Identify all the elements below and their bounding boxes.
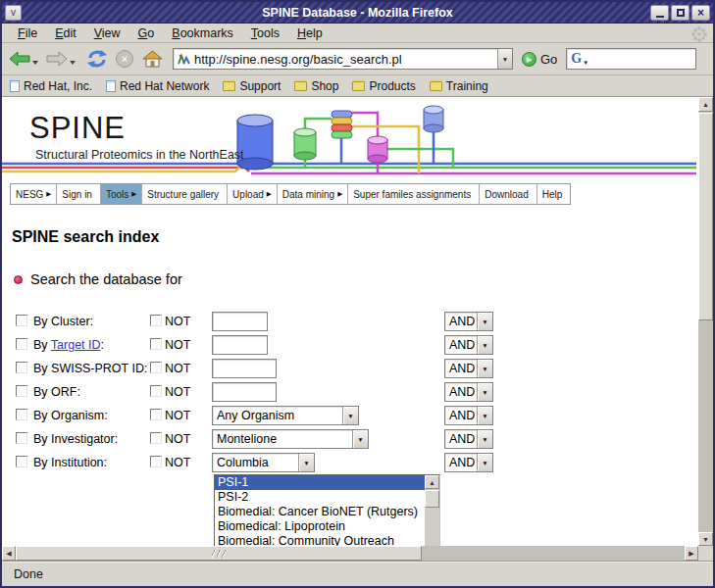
field-checkbox[interactable] xyxy=(16,315,27,326)
reload-icon xyxy=(86,49,108,69)
tab-tools[interactable]: Tools▶ xyxy=(100,184,141,204)
stop-button[interactable]: × xyxy=(116,50,133,68)
home-icon xyxy=(142,50,163,68)
back-dropdown-icon[interactable] xyxy=(32,61,38,65)
bookmark-support[interactable]: Support xyxy=(223,79,281,93)
page-icon xyxy=(10,80,20,92)
not-checkbox[interactable] xyxy=(150,338,162,350)
tab-structure-gallery[interactable]: Structure gallery xyxy=(141,184,227,204)
field-checkbox[interactable] xyxy=(16,409,27,420)
tab-download[interactable]: Download xyxy=(479,184,536,204)
stop-icon: × xyxy=(116,50,133,68)
list-item[interactable]: Biomedial: Cancer BioNET (Rutgers) xyxy=(215,505,425,519)
bookmark-redhat-inc[interactable]: Red Hat, Inc. xyxy=(10,79,92,93)
scrollbar-grip xyxy=(212,550,226,558)
search-engine-icon[interactable]: G xyxy=(571,51,582,67)
target-id-link[interactable]: Target ID xyxy=(51,338,101,352)
vertical-scrollbar-thumb[interactable] xyxy=(698,113,713,320)
field-checkbox[interactable] xyxy=(16,432,27,444)
search-input[interactable] xyxy=(591,51,695,67)
menu-help[interactable]: Help xyxy=(289,25,331,41)
boolean-select[interactable]: AND▼ xyxy=(444,312,493,331)
scroll-down-button[interactable]: ▼ xyxy=(698,532,713,546)
menu-tools[interactable]: Tools xyxy=(243,25,287,41)
listbox-scrollbar[interactable]: ▲ xyxy=(425,475,439,546)
list-item[interactable]: Biomedical: Lipoprotein xyxy=(215,519,425,534)
chevron-down-icon: ▼ xyxy=(477,360,492,377)
menubar: File Edit View Go Bookmarks Tools Help xyxy=(2,24,713,43)
bookmark-shop[interactable]: Shop xyxy=(294,79,338,93)
not-checkbox[interactable] xyxy=(150,315,162,326)
swissprot-input[interactable] xyxy=(212,359,277,378)
not-checkbox[interactable] xyxy=(150,385,162,397)
minimize-button[interactable] xyxy=(650,5,669,21)
field-checkbox[interactable] xyxy=(16,338,27,350)
folder-icon xyxy=(430,81,442,91)
boolean-select[interactable]: AND▼ xyxy=(444,382,493,402)
not-checkbox[interactable] xyxy=(150,362,162,373)
boolean-select[interactable]: AND▼ xyxy=(444,429,493,449)
orf-input[interactable] xyxy=(212,382,277,402)
vertical-scrollbar[interactable]: ▲ ▼ xyxy=(698,97,713,546)
horizontal-scrollbar-thumb[interactable] xyxy=(16,546,422,561)
titlebar[interactable]: v SPINE Database - Mozilla Firefox × xyxy=(2,2,713,24)
browser-window: v SPINE Database - Mozilla Firefox × Fil… xyxy=(0,0,715,588)
scroll-left-button[interactable]: ◀ xyxy=(2,546,16,561)
bookmark-products[interactable]: Products xyxy=(352,79,415,93)
horizontal-scrollbar[interactable]: ◀ ▶ xyxy=(2,546,698,561)
boolean-select[interactable]: AND▼ xyxy=(444,453,493,472)
forward-dropdown-icon[interactable] xyxy=(70,61,76,65)
list-item[interactable]: Biomedial: Community Outreach xyxy=(215,534,425,546)
forward-button[interactable] xyxy=(46,50,68,68)
field-checkbox[interactable] xyxy=(16,456,27,467)
tab-help[interactable]: Help xyxy=(536,184,571,204)
menu-bookmarks[interactable]: Bookmarks xyxy=(164,25,241,41)
search-engine-caret-icon[interactable]: ▼ xyxy=(583,60,588,66)
go-button[interactable]: ▶ Go xyxy=(522,52,557,67)
url-input[interactable] xyxy=(192,52,497,67)
scroll-up-button[interactable]: ▲ xyxy=(698,97,713,112)
scroll-right-button[interactable]: ▶ xyxy=(685,546,698,561)
not-checkbox[interactable] xyxy=(150,456,162,467)
menu-edit[interactable]: Edit xyxy=(47,25,84,41)
boolean-select[interactable]: AND▼ xyxy=(444,406,493,425)
close-button[interactable]: × xyxy=(691,5,710,21)
target-id-input[interactable] xyxy=(212,335,268,355)
back-button[interactable] xyxy=(9,50,30,68)
field-label: By SWISS-PROT ID: xyxy=(33,357,147,380)
consortium-listbox[interactable]: PSI-1 PSI-2 Biomedial: Cancer BioNET (Ru… xyxy=(214,474,440,546)
field-checkbox[interactable] xyxy=(16,362,27,373)
form-row-target-id: By Target ID: NOT AND▼ xyxy=(2,333,698,357)
tab-upload[interactable]: Upload▶ xyxy=(227,184,277,204)
field-checkbox[interactable] xyxy=(16,385,27,397)
maximize-button[interactable] xyxy=(671,5,689,21)
chevron-down-icon: ▼ xyxy=(477,383,492,401)
menu-go[interactable]: Go xyxy=(130,25,163,41)
chevron-down-icon: ▼ xyxy=(298,454,314,471)
bookmark-redhat-network[interactable]: Red Hat Network xyxy=(106,79,209,93)
boolean-select[interactable]: AND▼ xyxy=(444,359,493,378)
bookmark-training[interactable]: Training xyxy=(430,79,488,93)
not-checkbox[interactable] xyxy=(150,432,162,444)
tab-sign-in[interactable]: Sign in xyxy=(56,184,100,204)
list-item[interactable]: PSI-2 xyxy=(215,490,425,505)
cluster-input[interactable] xyxy=(212,312,268,331)
tab-data-mining[interactable]: Data mining▶ xyxy=(277,184,347,204)
scroll-up-button[interactable]: ▲ xyxy=(425,475,439,489)
boolean-select[interactable]: AND▼ xyxy=(444,335,493,355)
institution-select[interactable]: Columbia▼ xyxy=(212,453,315,472)
investigator-select[interactable]: Montelione▼ xyxy=(212,429,369,449)
home-button[interactable] xyxy=(142,50,163,68)
tab-nesg[interactable]: NESG▶ xyxy=(11,184,56,204)
tab-super-families-assignments[interactable]: Super familes assignments xyxy=(347,184,479,204)
window-controls: × xyxy=(650,5,710,21)
not-checkbox[interactable] xyxy=(150,409,162,420)
organism-select[interactable]: Any Organism▼ xyxy=(212,406,359,425)
url-history-dropdown[interactable]: ▼ xyxy=(497,49,512,69)
folder-icon xyxy=(352,81,365,91)
reload-button[interactable] xyxy=(86,49,108,69)
list-item[interactable]: PSI-1 xyxy=(215,475,425,490)
listbox-scrollbar-thumb[interactable] xyxy=(425,490,439,508)
menu-view[interactable]: View xyxy=(86,25,128,41)
menu-file[interactable]: File xyxy=(10,25,45,41)
